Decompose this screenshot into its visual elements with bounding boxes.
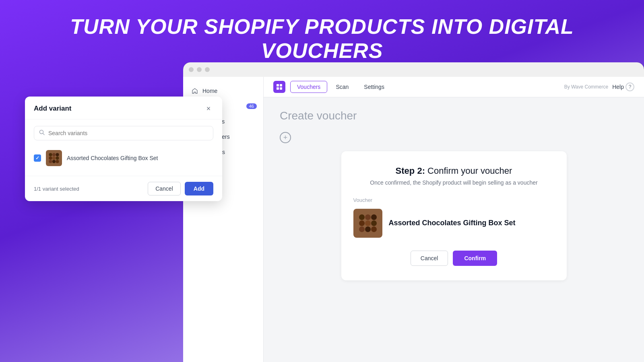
search-box [34, 126, 213, 140]
variant-name: Assorted Chocolates Gifting Box Set [67, 155, 158, 161]
app-logo [273, 81, 285, 93]
add-variant-modal: Add variant × [25, 97, 222, 201]
page-title: Create voucher [280, 109, 628, 122]
svg-point-27 [49, 160, 52, 163]
voucher-item: Assorted Chocolates Gifting Box Set [353, 209, 555, 238]
help-label: Help [612, 84, 624, 90]
svg-point-23 [56, 153, 59, 156]
topbar-right: By Wave Commerce Help ? [564, 82, 634, 91]
svg-point-17 [365, 226, 371, 232]
svg-rect-7 [277, 87, 279, 90]
svg-point-11 [365, 214, 371, 220]
step-card: Step 2: Confirm your voucher Once confir… [341, 151, 567, 280]
variant-thumbnail [46, 150, 62, 166]
browser-dot-1 [189, 67, 194, 72]
modal-footer-actions: Cancel Add [148, 182, 213, 195]
topbar: Vouchers Scan Settings By Wave Commerce … [264, 77, 644, 97]
svg-point-15 [371, 220, 377, 226]
svg-point-26 [56, 156, 59, 160]
svg-point-12 [371, 214, 377, 220]
tab-vouchers[interactable]: Vouchers [290, 81, 327, 93]
step-heading-rest: Confirm your voucher [425, 166, 512, 176]
modal-cancel-button[interactable]: Cancel [148, 182, 181, 195]
svg-point-22 [52, 153, 56, 156]
brand-label: By Wave Commerce [564, 84, 609, 90]
orders-badge: 46 [246, 103, 257, 109]
browser-dot-3 [205, 67, 210, 72]
step-subtext: Once confirmed, the Shopify product will… [353, 179, 555, 186]
search-variants-input[interactable] [48, 130, 208, 136]
home-icon [191, 87, 198, 95]
app-container: Home Orders 46 Products [183, 77, 644, 362]
topbar-left: Vouchers Scan Settings [273, 81, 391, 93]
svg-point-10 [359, 214, 365, 220]
svg-point-29 [56, 160, 59, 163]
svg-point-28 [52, 160, 56, 163]
variant-checkbox[interactable] [34, 154, 41, 162]
modal-footer: 1/1 variant selected Cancel Add [25, 176, 222, 201]
step-heading-bold: Step 2: [396, 166, 425, 176]
svg-point-16 [359, 226, 365, 232]
svg-point-21 [49, 153, 52, 156]
modal-body: Assorted Chocolates Gifting Box Set [25, 119, 222, 176]
help-button[interactable]: Help ? [612, 82, 634, 91]
tab-settings[interactable]: Settings [357, 81, 391, 93]
tab-scan[interactable]: Scan [329, 81, 355, 93]
modal-title: Add variant [34, 105, 72, 113]
card-confirm-button[interactable]: Confirm [453, 251, 497, 266]
svg-point-25 [52, 156, 56, 160]
variant-count: 1/1 variant selected [34, 186, 79, 192]
voucher-image [353, 209, 382, 238]
page-body: Create voucher + Step 2: Confirm your vo… [264, 97, 644, 362]
hero-headline: TURN YOUR SHOPIFY PRODUCTS INTO DIGITAL … [0, 0, 644, 71]
device-wrapper: Home Orders 46 Products [183, 62, 644, 362]
svg-point-14 [365, 220, 371, 226]
browser-dot-2 [197, 67, 202, 72]
sidebar-item-home-label: Home [202, 88, 217, 94]
voucher-name: Assorted Chocolates Gifting Box Set [389, 218, 516, 228]
add-variant-circle[interactable]: + [280, 132, 291, 143]
modal-close-button[interactable]: × [204, 104, 213, 113]
svg-rect-8 [280, 87, 282, 90]
modal-header: Add variant × [25, 97, 222, 119]
main-content: Vouchers Scan Settings By Wave Commerce … [264, 77, 644, 362]
help-icon: ? [625, 82, 634, 91]
card-actions: Cancel Confirm [353, 251, 555, 266]
svg-point-24 [49, 156, 52, 160]
search-icon [39, 130, 45, 137]
variant-row: Assorted Chocolates Gifting Box Set [34, 147, 213, 169]
svg-point-18 [371, 226, 377, 232]
svg-rect-5 [277, 84, 279, 86]
modal-add-button[interactable]: Add [185, 182, 213, 195]
browser-chrome [183, 62, 644, 77]
step-heading: Step 2: Confirm your voucher [353, 166, 555, 176]
card-cancel-button[interactable]: Cancel [411, 251, 448, 266]
svg-point-13 [359, 220, 365, 226]
svg-rect-6 [280, 84, 282, 86]
voucher-section-label: Voucher [353, 197, 555, 203]
